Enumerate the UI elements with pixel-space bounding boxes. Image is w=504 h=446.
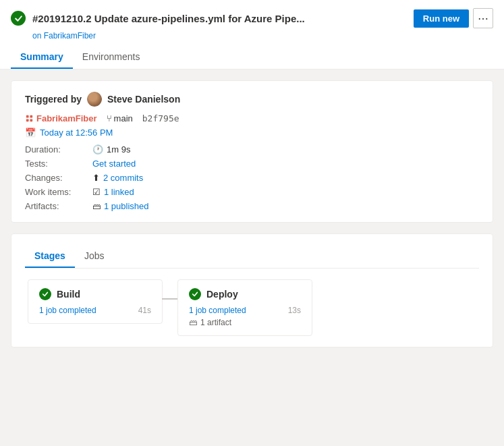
tests-label: Tests: (25, 159, 92, 169)
artifacts-link[interactable]: 1 published (104, 201, 149, 211)
avatar-image (87, 92, 102, 107)
summary-card: Triggered by Steve Danielson (11, 80, 493, 223)
svg-rect-2 (26, 119, 29, 121)
deploy-duration: 13s (288, 306, 301, 315)
branch-icon: ⑂ (107, 113, 112, 123)
work-items-value: ☑ 1 linked (92, 187, 479, 197)
commit-hash: b2f795e (142, 113, 179, 123)
stages-row: Build 1 job completed 41s (25, 279, 479, 336)
repo-name[interactable]: FabrikamFiber (25, 113, 97, 123)
deploy-jobs-completed[interactable]: 1 job completed (189, 306, 246, 315)
build-success-icon (39, 288, 51, 300)
artifacts-value: 🗃 1 published (92, 201, 479, 211)
header-tabs: Summary Environments (11, 46, 493, 69)
duration-label: Duration: (25, 144, 92, 155)
clock-icon: 🕐 (92, 144, 103, 155)
commits-link[interactable]: 2 commits (103, 173, 143, 183)
duration-text: 1m 9s (107, 144, 130, 155)
artifacts-label: Artifacts: (25, 201, 92, 211)
stage-connector (162, 298, 178, 300)
tab-environments[interactable]: Environments (73, 46, 150, 69)
build-jobs-completed[interactable]: 1 job completed (39, 306, 96, 315)
deploy-stage-card: Deploy 1 job completed 13s 🗃 1 artifact (177, 279, 312, 336)
tab-summary[interactable]: Summary (11, 46, 73, 69)
details-grid: Duration: 🕐 1m 9s Tests: Get started Cha… (25, 144, 479, 211)
header: #20191210.2 Update azure-pipelines.yml f… (0, 0, 504, 69)
branch-name-text: main (114, 113, 133, 123)
avatar (87, 92, 102, 107)
repo-meta-row: FabrikamFiber ⑂ main b2f795e (25, 113, 479, 123)
work-items-label: Work items: (25, 187, 92, 197)
svg-rect-0 (26, 115, 29, 118)
triggered-row: Triggered by Steve Danielson (25, 92, 479, 107)
stages-tabs: Stages Jobs (25, 245, 479, 269)
commits-icon: ⬆ (92, 173, 100, 183)
more-icon: ⋯ (478, 12, 488, 25)
deploy-artifact-row: 🗃 1 artifact (189, 318, 301, 327)
connector-line (162, 298, 178, 300)
changes-value: ⬆ 2 commits (92, 173, 479, 183)
header-top: #20191210.2 Update azure-pipelines.yml f… (11, 8, 493, 28)
success-status-icon (11, 11, 26, 26)
deploy-artifact-icon: 🗃 (189, 318, 197, 327)
work-items-link[interactable]: 1 linked (104, 187, 134, 197)
user-name: Steve Danielson (107, 94, 180, 105)
duration-value: 🕐 1m 9s (92, 144, 479, 155)
workitem-icon: ☑ (92, 187, 101, 197)
deploy-stage-header: Deploy (189, 288, 301, 300)
artifact-icon: 🗃 (92, 202, 101, 211)
pipeline-title: #20191210.2 Update azure-pipelines.yml f… (32, 13, 305, 24)
deploy-success-icon (189, 288, 201, 300)
build-stage-header: Build (39, 288, 151, 300)
deploy-artifact-text: 1 artifact (200, 318, 231, 327)
org-link[interactable]: on FabrikamFiber (32, 31, 493, 40)
deploy-stage-name: Deploy (206, 289, 238, 300)
header-actions: Run new ⋯ (414, 8, 493, 28)
calendar-icon: 📅 (25, 128, 36, 138)
header-title-row: #20191210.2 Update azure-pipelines.yml f… (11, 11, 305, 26)
deploy-stage-info: 1 job completed 13s (189, 306, 301, 315)
build-stage-name: Build (57, 289, 80, 300)
more-options-button[interactable]: ⋯ (473, 8, 493, 28)
svg-rect-3 (30, 119, 32, 121)
branch-name: ⑂ main (107, 113, 133, 123)
main-content: Triggered by Steve Danielson (0, 69, 504, 369)
tests-value: Get started (92, 159, 479, 169)
tests-link[interactable]: Get started (92, 159, 136, 169)
build-stage-card: Build 1 job completed 41s (28, 279, 163, 324)
changes-label: Changes: (25, 173, 92, 183)
date-value: Today at 12:56 PM (40, 128, 113, 138)
tab-jobs[interactable]: Jobs (75, 245, 114, 268)
date-row: 📅 Today at 12:56 PM (25, 128, 479, 138)
page-container: #20191210.2 Update azure-pipelines.yml f… (0, 0, 504, 446)
triggered-label: Triggered by (25, 94, 82, 105)
repo-icon (25, 114, 34, 123)
tab-stages[interactable]: Stages (25, 245, 75, 268)
repo-name-text: FabrikamFiber (36, 113, 97, 123)
svg-rect-1 (30, 115, 32, 118)
run-new-button[interactable]: Run new (414, 9, 469, 28)
stages-card: Stages Jobs Build 1 job compl (11, 233, 493, 347)
build-duration: 41s (138, 306, 151, 315)
build-stage-info: 1 job completed 41s (39, 306, 151, 315)
